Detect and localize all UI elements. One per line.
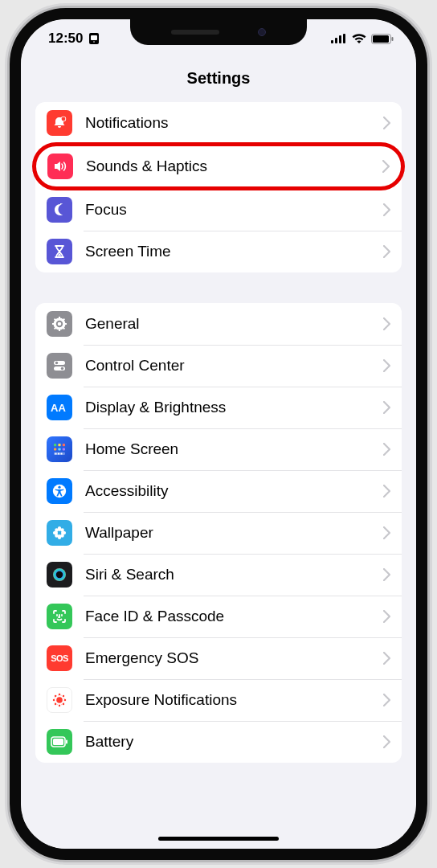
svg-rect-9 xyxy=(392,37,394,41)
svg-point-48 xyxy=(58,531,61,534)
svg-rect-62 xyxy=(53,739,63,745)
row-sounds-haptics[interactable]: Sounds & Haptics xyxy=(32,142,405,190)
row-screen-time[interactable]: Screen Time xyxy=(35,231,402,272)
row-label: Emergency SOS xyxy=(85,649,383,667)
chevron-right-icon xyxy=(383,485,390,497)
chevron-right-icon xyxy=(383,117,390,129)
status-left: 12:50 xyxy=(48,31,100,47)
status-right xyxy=(331,34,394,44)
chevron-right-icon xyxy=(383,652,390,665)
svg-text:AA: AA xyxy=(51,402,66,414)
speaker-wave-icon xyxy=(47,154,73,179)
sos-icon: SOS xyxy=(47,645,72,671)
notch xyxy=(130,19,307,45)
svg-rect-4 xyxy=(335,38,337,43)
row-label: Accessibility xyxy=(85,482,383,500)
row-face-id-passcode[interactable]: Face ID & Passcode xyxy=(35,596,402,637)
row-label: Display & Brightness xyxy=(85,399,383,416)
svg-point-14 xyxy=(58,322,62,326)
chevron-right-icon xyxy=(382,160,390,173)
battery-icon xyxy=(371,34,394,44)
svg-rect-28 xyxy=(54,444,56,446)
svg-rect-15 xyxy=(59,317,60,319)
home-indicator[interactable] xyxy=(158,837,279,841)
svg-point-57 xyxy=(63,695,64,697)
svg-point-50 xyxy=(56,571,63,578)
siri-icon xyxy=(47,562,72,588)
svg-rect-36 xyxy=(58,453,59,455)
power-hw xyxy=(416,260,421,349)
row-label: Home Screen xyxy=(85,440,383,458)
svg-point-56 xyxy=(55,695,56,697)
svg-point-58 xyxy=(55,703,56,705)
face-id-icon xyxy=(47,604,72,629)
row-battery[interactable]: Battery xyxy=(35,721,402,763)
row-label: Screen Time xyxy=(85,243,383,260)
settings-group-system: General Control Center xyxy=(35,303,402,763)
wifi-icon xyxy=(352,34,366,44)
svg-rect-17 xyxy=(52,323,55,325)
svg-rect-37 xyxy=(61,453,63,455)
gear-icon xyxy=(47,311,72,337)
row-label: Siri & Search xyxy=(85,566,383,583)
screen: 12:50 xyxy=(21,19,416,849)
orientation-lock-icon xyxy=(88,32,100,45)
chevron-right-icon xyxy=(383,245,390,258)
row-label: Notifications xyxy=(85,114,383,132)
chevron-right-icon xyxy=(383,735,390,748)
svg-rect-30 xyxy=(63,444,65,446)
flower-icon xyxy=(47,520,72,546)
speaker-grille xyxy=(171,30,219,35)
row-emergency-sos[interactable]: SOS Emergency SOS xyxy=(35,637,402,679)
exposure-icon xyxy=(47,687,72,713)
svg-point-44 xyxy=(55,528,59,532)
cellular-icon xyxy=(331,34,347,43)
chevron-right-icon xyxy=(383,317,390,330)
hourglass-icon xyxy=(47,239,72,264)
row-label: General xyxy=(85,315,383,333)
svg-point-24 xyxy=(55,362,58,364)
toggles-icon xyxy=(47,353,72,379)
chevron-right-icon xyxy=(383,203,390,216)
row-home-screen[interactable]: Home Screen xyxy=(35,428,402,470)
chevron-right-icon xyxy=(383,526,390,539)
row-accessibility[interactable]: Accessibility xyxy=(35,470,402,512)
svg-rect-6 xyxy=(343,34,345,43)
chevron-right-icon xyxy=(383,443,390,456)
accessibility-icon xyxy=(47,478,72,504)
svg-point-46 xyxy=(55,534,59,538)
svg-rect-63 xyxy=(66,740,67,744)
row-label: Face ID & Passcode xyxy=(85,608,383,625)
row-general[interactable]: General xyxy=(35,303,402,345)
row-control-center[interactable]: Control Center xyxy=(35,345,402,387)
row-display-brightness[interactable]: AA Display & Brightness xyxy=(35,387,402,428)
status-time: 12:50 xyxy=(48,31,83,47)
svg-rect-5 xyxy=(339,35,341,43)
row-wallpaper[interactable]: Wallpaper xyxy=(35,512,402,554)
chevron-right-icon xyxy=(383,610,390,623)
row-label: Focus xyxy=(85,201,383,219)
svg-point-51 xyxy=(56,697,63,703)
svg-point-11 xyxy=(62,117,66,121)
row-label: Control Center xyxy=(85,357,383,375)
settings-group-alerts: Notifications Sounds & Haptics xyxy=(35,102,402,272)
sos-text: SOS xyxy=(51,653,68,663)
svg-rect-8 xyxy=(373,35,389,43)
row-notifications[interactable]: Notifications xyxy=(35,102,402,144)
svg-point-47 xyxy=(60,534,64,538)
row-siri-search[interactable]: Siri & Search xyxy=(35,554,402,596)
svg-rect-32 xyxy=(58,448,60,450)
svg-point-59 xyxy=(63,703,64,705)
row-label: Sounds & Haptics xyxy=(86,158,382,175)
svg-rect-1 xyxy=(91,35,97,40)
row-exposure-notifications[interactable]: Exposure Notifications xyxy=(35,679,402,721)
svg-point-39 xyxy=(58,486,60,489)
svg-rect-18 xyxy=(64,323,67,325)
svg-rect-16 xyxy=(59,329,60,331)
bell-badge-icon xyxy=(47,110,72,136)
app-grid-icon xyxy=(47,436,72,462)
svg-point-2 xyxy=(94,41,96,43)
settings-list[interactable]: Notifications Sounds & Haptics xyxy=(21,102,416,849)
row-focus[interactable]: Focus xyxy=(35,189,402,231)
svg-rect-33 xyxy=(63,448,65,450)
